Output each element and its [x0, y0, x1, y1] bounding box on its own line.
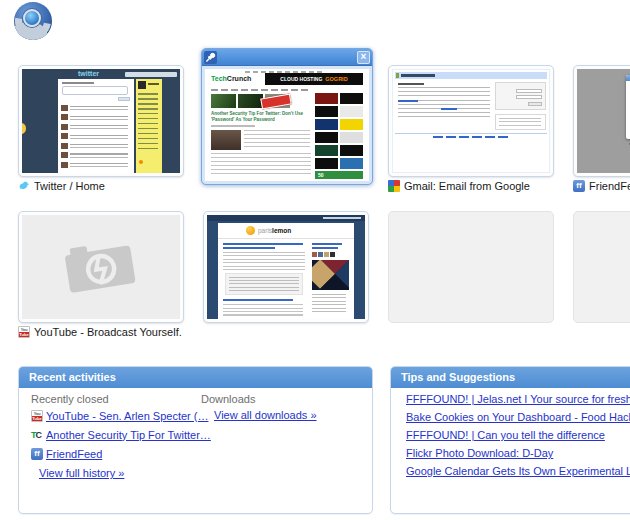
pl-headline-2: [223, 299, 293, 301]
thumbnail-empty-1: [388, 211, 554, 323]
tc-text-lines-2: [211, 153, 311, 177]
gmail-divider: [395, 133, 547, 134]
thumbnail-label-gmail[interactable]: Gmail: Email from Google: [388, 179, 530, 192]
pl-content-card: parislemon: [218, 223, 354, 319]
new-tab-page: twitter Twitter / Home: [0, 0, 630, 520]
gmail-secondary-box: [495, 114, 546, 130]
broken-camera-icon: [59, 238, 143, 296]
tip-link[interactable]: FFFFOUND! | Can you tell the difference: [406, 429, 630, 442]
gmail-favicon: [388, 180, 400, 192]
gmail-footer-links: [433, 136, 511, 138]
rss-icon: [139, 160, 143, 164]
youtube-favicon: YouTube: [18, 326, 30, 338]
pl-sidebar-link-1: [312, 243, 342, 245]
pl-quote-box: [225, 273, 303, 295]
recently-closed-column: Recently closed YouTube YouTube - Sen. A…: [31, 393, 211, 479]
gmail-link-dash-1: [398, 100, 418, 102]
recently-closed-item[interactable]: TC Another Security Tip For Twitter…: [31, 428, 211, 441]
gmail-screenshot: [392, 69, 550, 173]
thumbnail-label-youtube[interactable]: YouTube YouTube - Broadcast Yourself.: [18, 325, 182, 338]
recent-activities-header: Recent activities: [19, 367, 372, 388]
close-icon: ×: [361, 51, 367, 62]
tc-ad-sidebar: [315, 93, 363, 169]
gmail-header-bar: [395, 72, 547, 79]
thumbnail-label-text: Twitter / Home: [34, 180, 105, 192]
tip-link[interactable]: FFFFOUND! | Jelas.net I Your source for …: [406, 393, 630, 406]
gmail-green-mark: [396, 73, 399, 78]
tc-subnav: [211, 89, 311, 91]
tc-byline: [211, 125, 255, 127]
thumbnail-label-friendfeed[interactable]: ff FriendFeed: [573, 179, 630, 192]
pl-sidebar-lines: [312, 294, 346, 314]
twitter-input-box: [62, 86, 128, 95]
thumbnail-twitter[interactable]: twitter: [18, 65, 184, 177]
pl-text-lines-1: [223, 252, 305, 270]
downloads-column: Downloads View all downloads »: [201, 393, 317, 421]
tip-link[interactable]: Google Calendar Gets Its Own Experimenta…: [406, 465, 630, 478]
recently-closed-label: Recently closed: [31, 393, 211, 406]
twitter-update-button: [118, 97, 130, 101]
youtube-favicon: YouTube: [31, 410, 43, 422]
tip-link[interactable]: Bake Cookies on Your Dashboard - Food Ha…: [406, 411, 630, 424]
thumbnail-label-text: FriendFeed: [589, 180, 630, 192]
tc-logo: TechCrunch: [211, 75, 251, 82]
tips-header: Tips and Suggestions: [391, 367, 630, 388]
twitter-sidebar-name: [148, 83, 159, 85]
twitter-feed-column: [58, 79, 134, 173]
friendfeed-favicon: ff: [31, 448, 43, 460]
tc-headline: Another Security Tip For Twitter: Don't …: [211, 111, 313, 123]
recently-closed-link[interactable]: YouTube - Sen. Arlen Specter (…: [46, 410, 208, 422]
view-full-history-link[interactable]: View full history »: [39, 467, 124, 479]
friendfeed-favicon: ff: [573, 180, 585, 192]
twitter-prompt-line: [62, 82, 94, 84]
thumbnail-empty-2: [573, 211, 630, 323]
ff-window: [626, 75, 630, 139]
pl-headline-1b: [223, 247, 275, 249]
twitter-yellow-notch: [22, 123, 26, 134]
pl-text-lines-2: [223, 304, 303, 316]
pl-headline-1a: [223, 243, 303, 245]
pl-sun-logo: [246, 226, 255, 235]
pl-logo-text: parislemon: [258, 227, 291, 234]
thumbnail-techcrunch-selected[interactable]: × TechCrunch CLOUD HOSTINGGOGRID Another…: [201, 48, 373, 185]
recently-closed-link[interactable]: FriendFeed: [46, 448, 102, 460]
gmail-heading-line: [398, 83, 424, 85]
thumbnail-label-text: Gmail: Email from Google: [404, 180, 530, 192]
recently-closed-item[interactable]: ff FriendFeed: [31, 447, 211, 460]
tips-list: FFFFOUND! | Jelas.net I Your source for …: [406, 393, 630, 483]
view-all-downloads-link[interactable]: View all downloads »: [214, 409, 317, 421]
parislemon-screenshot: parislemon: [207, 215, 365, 319]
recently-closed-item[interactable]: YouTube YouTube - Sen. Arlen Specter (…: [31, 409, 211, 422]
pin-button[interactable]: [204, 51, 217, 64]
pl-avatar-row: [312, 252, 335, 257]
pl-nav-line: [218, 238, 354, 239]
twitter-avatars: [61, 105, 68, 171]
tc-ad-banner: CLOUD HOSTINGGOGRID: [265, 73, 363, 85]
tc-article-image: [211, 130, 241, 150]
logo-hub: [23, 9, 41, 27]
tc-sidebar-badge: 50: [315, 171, 363, 179]
thumbnail-label-text: YouTube - Broadcast Yourself.: [34, 326, 182, 338]
gmail-signin-box: [495, 82, 546, 110]
chromium-logo-icon: [14, 2, 52, 40]
selected-thumbnail-titlebar: ×: [202, 49, 372, 66]
techcrunch-screenshot: TechCrunch CLOUD HOSTINGGOGRID Another S…: [205, 69, 369, 181]
thumbnail-gmail[interactable]: [388, 65, 554, 177]
twitter-sidebar-avatar: [138, 81, 146, 89]
gmail-text-lines: [398, 87, 490, 119]
pl-top-bar: [207, 215, 365, 221]
tip-link[interactable]: Flickr Photo Download: D-Day: [406, 447, 630, 460]
recent-activities-panel: Recent activities Recently closed YouTub…: [18, 366, 373, 514]
close-button[interactable]: ×: [357, 51, 370, 64]
twitter-logo-text: twitter: [78, 70, 99, 77]
twitter-sidebar: [136, 79, 162, 173]
twitter-nav: [125, 72, 177, 77]
twitter-screenshot: twitter: [22, 69, 180, 173]
thumbnail-youtube[interactable]: [18, 211, 184, 323]
thumbnail-friendfeed[interactable]: [573, 65, 630, 177]
pl-sidebar-link-2: [312, 247, 338, 249]
recently-closed-link[interactable]: Another Security Tip For Twitter…: [46, 429, 211, 441]
techcrunch-favicon: TC: [31, 429, 43, 441]
thumbnail-label-twitter[interactable]: Twitter / Home: [18, 179, 105, 192]
thumbnail-parislemon[interactable]: parislemon: [203, 211, 369, 323]
